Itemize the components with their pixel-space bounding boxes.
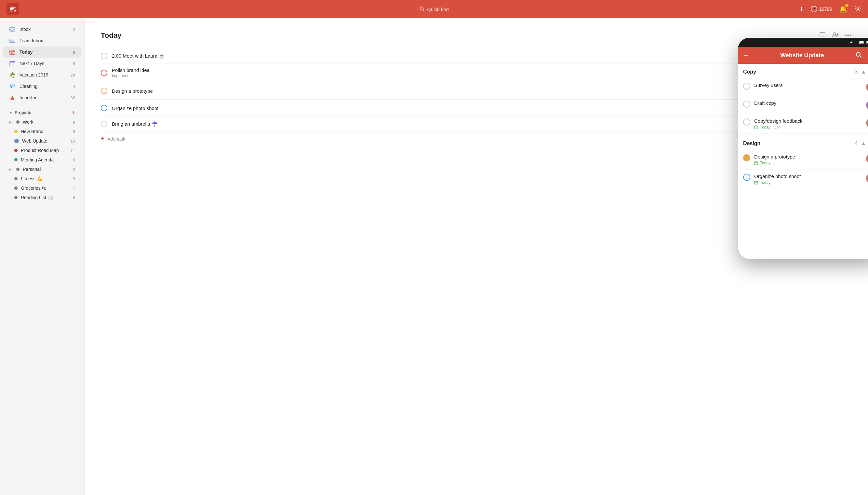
add-button[interactable]: + [799, 5, 803, 13]
svg-point-8 [13, 40, 14, 41]
phone-copy-collapse[interactable]: ▲ [861, 69, 866, 75]
reading-list-label: Reading List 📖 [21, 195, 70, 200]
karma-icon [811, 6, 817, 12]
phone-checkbox-survey[interactable] [743, 83, 750, 90]
phone-app-title: Website Update [754, 52, 851, 59]
topbar: Quick find + 10786 🔔 [0, 0, 868, 18]
phone-task-name-draft: Draft copy [754, 100, 862, 106]
phone-copy-count: 3 [855, 69, 857, 75]
fitness-dot [14, 177, 18, 180]
topbar-right: + 10786 🔔 [799, 5, 862, 13]
inbox-label: Inbox [19, 27, 69, 32]
phone-task-draft-copy: Draft copy [738, 96, 868, 114]
add-project-button[interactable]: + [72, 109, 75, 116]
battery-icon [859, 41, 864, 44]
phone-task-name-survey: Survey users [754, 82, 862, 88]
svg-text:21: 21 [11, 52, 14, 54]
svg-point-12 [11, 64, 12, 65]
cleaning-icon: 💎 [9, 83, 16, 89]
new-brand-dot [14, 130, 18, 133]
task-text-organize-photo: Organize photo shoot [112, 105, 802, 111]
svg-rect-15 [820, 33, 825, 36]
task-text-umbrella: Bring an umbrella ☂️ [112, 121, 828, 127]
work-dot [16, 120, 19, 124]
signal-icon [855, 40, 858, 44]
task-checkbox-umbrella[interactable] [101, 121, 107, 127]
phone-task-info-copy-design: Copy/design feedback Today [754, 118, 862, 130]
task-checkbox-design-prototype[interactable] [101, 88, 107, 94]
comment-icon [774, 126, 778, 129]
phone-checkbox-design-prototype[interactable] [743, 154, 750, 161]
project-item-work[interactable]: ▶ Work 9 [3, 118, 82, 126]
new-brand-count: 9 [73, 129, 75, 134]
main-layout: Inbox 2 Team Inbox 21 [0, 18, 868, 495]
phone-back-button[interactable]: ← [743, 52, 749, 59]
meeting-agenda-dot [14, 158, 18, 161]
calendar-icon [754, 125, 758, 129]
svg-rect-26 [864, 42, 864, 43]
work-label: Work [23, 119, 70, 125]
task-checkbox-meet-laura[interactable] [101, 53, 107, 59]
phone-status-icons: 08:32 [849, 40, 868, 45]
phone-checkbox-draft[interactable] [743, 101, 750, 108]
inbox-count: 2 [73, 27, 75, 32]
phone-task-info-survey: Survey users [754, 82, 862, 88]
phone-task-date-copy-design: Today [754, 125, 770, 130]
web-update-count: 10 [71, 139, 75, 143]
phone-avatar-draft [866, 100, 868, 110]
phone-copy-actions: ▲ ⋮ [861, 68, 868, 75]
reading-list-dot [14, 196, 18, 199]
task-checkbox-polish-brand[interactable] [101, 70, 107, 76]
sidebar-item-cleaning[interactable]: 💎 Cleaning 4 [3, 81, 82, 92]
work-count: 9 [73, 120, 75, 125]
meeting-agenda-count: 6 [73, 157, 75, 163]
phone-task-info-draft: Draft copy [754, 100, 862, 106]
sidebar-item-important[interactable]: Important 32 [3, 92, 82, 103]
project-item-groceries[interactable]: Groceries 🛍 7 [3, 184, 82, 193]
add-task-label: Add task [108, 136, 125, 141]
app-logo[interactable] [6, 3, 19, 15]
phone-design-prototype-date: Today [754, 161, 862, 165]
sidebar: Inbox 2 Team Inbox 21 [0, 18, 85, 495]
karma-counter[interactable]: 10786 [811, 6, 832, 12]
svg-point-13 [12, 64, 13, 65]
phone-checkbox-organize-photo[interactable] [743, 174, 750, 181]
important-count: 32 [71, 95, 75, 100]
project-item-reading-list[interactable]: Reading List 📖 6 [3, 193, 82, 202]
notifications-button[interactable]: 🔔 [839, 5, 847, 13]
project-item-meeting-agenda[interactable]: Meeting Agenda 6 [3, 155, 82, 164]
phone-task-name-organize-photo: Organize photo shoot [754, 173, 862, 179]
svg-point-4 [857, 8, 859, 10]
sidebar-item-team-inbox[interactable]: Team Inbox [3, 35, 82, 46]
content-area: Today ••• [85, 18, 868, 495]
task-checkbox-organize-photo[interactable] [101, 105, 107, 111]
sidebar-item-vacation[interactable]: 🌴 Vacation 2019! 24 [3, 69, 82, 80]
project-item-new-brand[interactable]: New Brand 9 [3, 127, 82, 136]
phone-design-collapse[interactable]: ▲ [861, 141, 866, 147]
project-item-personal[interactable]: ▶ Personal 2 [3, 165, 82, 174]
personal-expand-icon: ▶ [9, 167, 12, 171]
project-item-web-update[interactable]: Web Update 10 [3, 136, 82, 146]
sidebar-item-inbox[interactable]: Inbox 2 [3, 24, 82, 35]
sidebar-item-next7days[interactable]: Next 7 Days 8 [3, 58, 82, 69]
phone-avatar-survey [866, 82, 868, 92]
inbox-icon [9, 26, 16, 33]
product-road-map-label: Product Road Map [21, 148, 67, 153]
team-inbox-icon [9, 37, 16, 44]
project-item-product-road-map[interactable]: Product Road Map 11 [3, 146, 82, 155]
projects-label: Projects [15, 110, 31, 115]
phone-task-info-design-prototype: Design a prototype Today [754, 154, 862, 165]
settings-button[interactable] [854, 5, 862, 13]
sidebar-item-today[interactable]: 21 Today 8 [3, 47, 82, 57]
svg-rect-31 [755, 162, 758, 165]
projects-section-header[interactable]: ▼ Projects + [3, 106, 82, 117]
search-bar[interactable]: Quick find [419, 6, 449, 12]
phone-checkbox-copy-design[interactable] [743, 118, 750, 126]
phone-copy-title: Copy [743, 69, 855, 75]
project-item-fitness[interactable]: Fitness 💪 9 [3, 174, 82, 183]
logo-icon [9, 5, 17, 13]
phone-search-button[interactable] [855, 51, 862, 59]
phone-design-actions: ▲ ⋮ [861, 140, 868, 147]
new-brand-label: New Brand [21, 129, 70, 134]
reading-list-count: 6 [73, 195, 75, 200]
